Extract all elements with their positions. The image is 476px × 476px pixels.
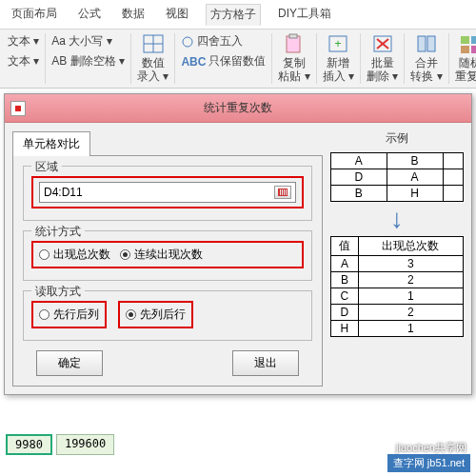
- tab-diy[interactable]: DIY工具箱: [274, 4, 335, 25]
- tab-view[interactable]: 视图: [162, 4, 192, 25]
- refedit-button[interactable]: [274, 186, 291, 199]
- svg-rect-15: [461, 46, 469, 53]
- svg-rect-5: [289, 34, 297, 38]
- dialog-title: 统计重复次数: [204, 100, 272, 116]
- delete-icon: [371, 33, 394, 54]
- dialog-icon: [10, 101, 26, 116]
- read-highlight-2: 先列后行: [118, 301, 193, 328]
- svg-rect-11: [418, 36, 426, 51]
- example-title: 示例: [330, 130, 464, 147]
- radio-icon: [120, 249, 130, 260]
- dialog-titlebar[interactable]: 统计重复次数: [5, 94, 471, 123]
- range-input[interactable]: D4:D11: [39, 182, 296, 203]
- merge-btn[interactable]: 合并 转换 ▾: [405, 33, 448, 84]
- region-fieldset: 区域 D4:D11: [23, 166, 312, 221]
- radio-total-count[interactable]: 出现总次数: [39, 247, 110, 263]
- radio-icon: [39, 249, 50, 260]
- random-icon: [459, 33, 476, 54]
- trim-btn[interactable]: AB 删除空格 ▾: [51, 53, 125, 69]
- read-fieldset: 读取方式 先行后列 先列后行: [23, 290, 312, 341]
- stat-fieldset: 统计方式 出现总次数 连续出现次数: [23, 230, 312, 281]
- clipboard-icon: [283, 33, 306, 54]
- abc-icon: ABC: [181, 55, 206, 69]
- insert-icon: +: [327, 33, 349, 54]
- tab-formula[interactable]: 公式: [74, 4, 105, 25]
- worksheet-cells: 9980 199600: [6, 434, 114, 455]
- number-input-btn[interactable]: 数值 录入 ▾: [131, 33, 175, 84]
- svg-rect-12: [427, 36, 435, 51]
- region-highlight: D4:D11: [31, 176, 304, 208]
- tab-data[interactable]: 数据: [118, 4, 149, 25]
- radio-icon: [126, 309, 136, 320]
- insert-btn[interactable]: +新增 插入 ▾: [317, 33, 361, 84]
- ok-button[interactable]: 确定: [36, 350, 103, 376]
- ribbon-tabs: 页面布局 公式 数据 视图 方方格子 DIY工具箱: [0, 0, 476, 30]
- cell-selected[interactable]: 9980: [6, 434, 52, 455]
- delete-btn[interactable]: 批量 删除 ▾: [361, 33, 405, 84]
- example-table-1: AB DA BH: [330, 152, 464, 202]
- keep-value-btn[interactable]: ABC只保留数值: [181, 53, 266, 69]
- merge-icon: [415, 33, 438, 54]
- radio-col-first[interactable]: 先列后行: [126, 307, 186, 323]
- grid-icon: [142, 33, 165, 54]
- svg-rect-16: [471, 46, 476, 53]
- radio-consecutive-count[interactable]: 连续出现次数: [120, 247, 203, 263]
- svg-text:+: +: [335, 37, 342, 50]
- arrow-down-icon: ↓: [330, 206, 464, 232]
- ribbon-toolbar: 文本 ▾ 文本 ▾ Aa 大小写 ▾ AB 删除空格 ▾ 数值 录入 ▾ 四舍五…: [0, 30, 476, 89]
- copy-paste-btn[interactable]: 复制 粘贴 ▾: [272, 33, 316, 84]
- tab-fanggezi[interactable]: 方方格子: [206, 4, 261, 26]
- round-icon: [181, 35, 194, 49]
- stat-highlight: 出现总次数 连续出现次数: [31, 241, 304, 268]
- text-btn-2[interactable]: 文本 ▾: [8, 53, 39, 69]
- example-table-2: 值出现总次数 A3 B2 C1 D2 H1: [330, 236, 464, 337]
- range-value: D4:D11: [44, 186, 83, 199]
- watermark-sub: jiaochen共享网: [396, 441, 466, 455]
- round-btn[interactable]: 四舍五入: [181, 33, 266, 50]
- radio-icon: [39, 309, 50, 320]
- svg-rect-13: [461, 36, 469, 44]
- stat-legend: 统计方式: [31, 224, 85, 240]
- watermark: 查字网 jb51.net: [387, 454, 470, 472]
- svg-rect-14: [471, 36, 476, 44]
- tab-cell-compare[interactable]: 单元格对比: [12, 131, 90, 156]
- region-legend: 区域: [31, 159, 62, 175]
- svg-point-3: [183, 37, 192, 47]
- svg-rect-4: [287, 36, 300, 52]
- radio-row-first[interactable]: 先行后列: [39, 307, 99, 323]
- case-btn[interactable]: Aa 大小写 ▾: [51, 33, 125, 50]
- dialog-count-duplicates: 统计重复次数 单元格对比 区域 D4:D11 统计方式 出: [4, 93, 472, 395]
- read-highlight-1: 先行后列: [31, 301, 107, 328]
- cancel-button[interactable]: 退出: [232, 350, 299, 376]
- text-btn-1[interactable]: 文本 ▾: [8, 33, 39, 50]
- tab-page-layout[interactable]: 页面布局: [8, 4, 61, 25]
- random-btn[interactable]: 随机 重复 ▾: [449, 33, 476, 84]
- read-legend: 读取方式: [31, 284, 85, 300]
- cell[interactable]: 199600: [56, 434, 114, 455]
